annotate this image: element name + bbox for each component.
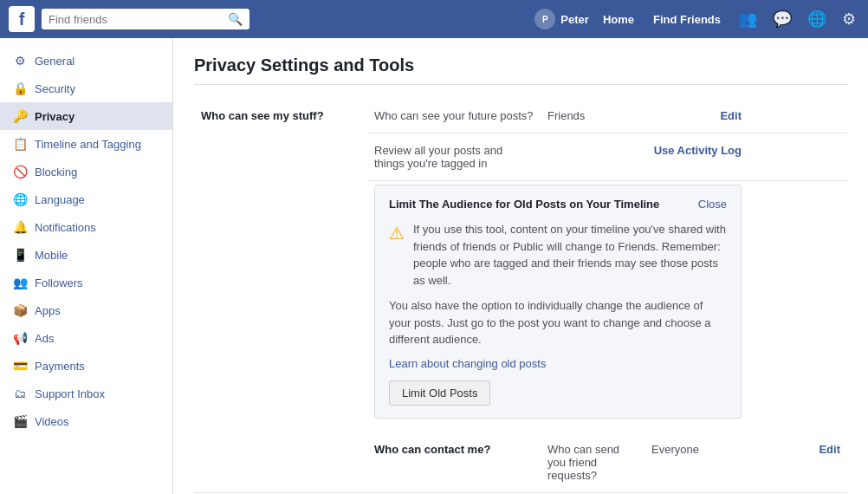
- panel-title: Limit The Audience for Old Posts on Your…: [389, 198, 659, 211]
- find-friends-link[interactable]: Find Friends: [648, 10, 726, 29]
- future-posts-value: Friends: [541, 99, 645, 133]
- sidebar-item-ads[interactable]: 📢 Ads: [0, 324, 172, 352]
- friend-requests-edit[interactable]: Edit: [819, 443, 840, 456]
- search-input[interactable]: [49, 13, 223, 26]
- sidebar-item-timeline[interactable]: 📋 Timeline and Tagging: [0, 130, 172, 158]
- friend-requests-desc: Who can send you friend requests?: [541, 432, 645, 493]
- search-bar[interactable]: 🔍: [42, 9, 249, 29]
- globe-sidebar-icon: 🌐: [12, 192, 28, 207]
- facebook-logo[interactable]: f: [9, 6, 35, 32]
- sidebar-label-support-inbox: Support Inbox: [35, 387, 105, 400]
- limit-old-posts-panel: Limit The Audience for Old Posts on Your…: [374, 185, 742, 419]
- sidebar-label-apps: Apps: [35, 304, 61, 317]
- lock-icon: 🔒: [12, 81, 28, 96]
- sidebar-item-apps[interactable]: 📦 Apps: [0, 296, 172, 324]
- payments-icon: 💳: [12, 358, 28, 374]
- key-icon: 🔑: [12, 108, 28, 124]
- followers-icon: 👥: [12, 275, 28, 290]
- avatar: P: [534, 9, 555, 29]
- nav-username: Peter: [560, 13, 589, 26]
- learn-link[interactable]: Learn about changing old posts: [389, 357, 727, 370]
- future-posts-desc: Who can see your future posts?: [367, 99, 541, 133]
- future-posts-edit[interactable]: Edit: [720, 109, 742, 122]
- warning-box: ⚠ If you use this tool, content on your …: [389, 221, 727, 289]
- bell-icon: 🔔: [12, 219, 28, 235]
- warning-icon: ⚠: [389, 223, 405, 289]
- sidebar-item-privacy[interactable]: 🔑 Privacy: [0, 102, 172, 130]
- sidebar-item-notifications[interactable]: 🔔 Notifications: [0, 213, 172, 241]
- review-posts-value: [541, 133, 645, 181]
- video-icon: 🎬: [12, 413, 28, 429]
- sidebar-label-payments: Payments: [35, 360, 85, 373]
- sidebar-item-general[interactable]: ⚙ General: [0, 47, 172, 75]
- settings-icon[interactable]: ⚙: [839, 6, 859, 32]
- warning-text: If you use this tool, content on your ti…: [413, 221, 727, 289]
- sidebar-item-videos[interactable]: 🎬 Videos: [0, 407, 172, 435]
- sidebar-label-general: General: [35, 55, 74, 68]
- sidebar: ⚙ General 🔒 Security 🔑 Privacy 📋 Timelin…: [0, 38, 173, 494]
- table-row: Who can see my stuff? Who can see your f…: [194, 99, 847, 133]
- sidebar-item-payments[interactable]: 💳 Payments: [0, 352, 172, 380]
- sidebar-label-blocking: Blocking: [35, 166, 77, 179]
- page-wrapper: ⚙ General 🔒 Security 🔑 Privacy 📋 Timelin…: [0, 38, 868, 494]
- top-navigation: f 🔍 P Peter Home Find Friends 👥 💬 🌐 ⚙: [0, 0, 868, 38]
- block-icon: 🚫: [12, 164, 28, 179]
- limit-old-posts-button[interactable]: Limit Old Posts: [389, 380, 490, 406]
- sidebar-label-language: Language: [35, 193, 85, 206]
- sidebar-label-security: Security: [35, 82, 75, 95]
- friends-icon[interactable]: 👥: [735, 6, 761, 32]
- close-panel-link[interactable]: Close: [698, 198, 727, 211]
- sidebar-label-ads: Ads: [35, 332, 54, 345]
- sidebar-label-notifications: Notifications: [35, 221, 96, 234]
- page-title: Privacy Settings and Tools: [194, 55, 847, 85]
- inbox-icon: 🗂: [12, 386, 28, 401]
- friend-requests-value: Everyone: [645, 432, 748, 493]
- clipboard-icon: 📋: [12, 136, 28, 152]
- ads-icon: 📢: [12, 330, 28, 346]
- globe-icon[interactable]: 🌐: [804, 6, 830, 32]
- apps-icon: 📦: [12, 302, 28, 318]
- section-label-who-contact: Who can contact me?: [367, 432, 541, 493]
- sidebar-item-support-inbox[interactable]: 🗂 Support Inbox: [0, 380, 172, 407]
- sidebar-label-timeline: Timeline and Tagging: [35, 138, 141, 151]
- mobile-icon: 📱: [12, 247, 28, 263]
- activity-log-link[interactable]: Use Activity Log: [654, 144, 742, 157]
- panel-header: Limit The Audience for Old Posts on Your…: [389, 198, 727, 211]
- section-label-who-see: Who can see my stuff?: [194, 99, 367, 492]
- extra-text: You also have the option to individually…: [389, 297, 727, 348]
- sidebar-item-mobile[interactable]: 📱 Mobile: [0, 241, 172, 269]
- settings-table: Who can see my stuff? Who can see your f…: [194, 99, 847, 494]
- sidebar-label-privacy: Privacy: [35, 110, 74, 123]
- sidebar-item-security[interactable]: 🔒 Security: [0, 75, 172, 102]
- sidebar-item-followers[interactable]: 👥 Followers: [0, 269, 172, 296]
- gear-icon: ⚙: [12, 53, 28, 68]
- sidebar-item-language[interactable]: 🌐 Language: [0, 185, 172, 213]
- sidebar-label-mobile: Mobile: [35, 249, 68, 262]
- search-icon: 🔍: [228, 12, 243, 26]
- review-posts-desc: Review all your posts and things you're …: [367, 133, 541, 181]
- home-link[interactable]: Home: [598, 10, 639, 29]
- sidebar-label-followers: Followers: [35, 276, 83, 289]
- sidebar-item-blocking[interactable]: 🚫 Blocking: [0, 158, 172, 185]
- nav-right: P Peter Home Find Friends 👥 💬 🌐 ⚙: [534, 6, 859, 32]
- messages-icon[interactable]: 💬: [769, 6, 795, 32]
- sidebar-label-videos: Videos: [35, 415, 69, 428]
- nav-user[interactable]: P Peter: [534, 9, 589, 29]
- main-content: Privacy Settings and Tools Who can see m…: [173, 38, 868, 494]
